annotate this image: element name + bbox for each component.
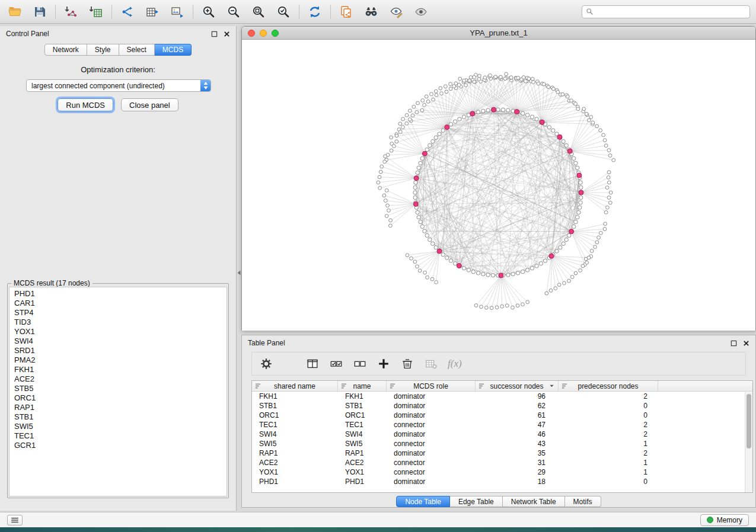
mcds-result-item[interactable]: SWI4 — [14, 336, 227, 346]
column-header-shared-name[interactable]: shared name — [252, 381, 338, 391]
table-row[interactable]: ORC1ORC1dominator610 — [252, 411, 752, 420]
select-all-rows-icon[interactable] — [329, 357, 343, 371]
mcds-result-item[interactable]: ORC1 — [14, 393, 227, 403]
mcds-result-item[interactable]: GCR1 — [14, 441, 227, 450]
close-panel-button[interactable]: Close panel — [121, 98, 178, 111]
table-scrollbar[interactable] — [745, 392, 752, 492]
workspace: Control Panel NetworkStyleSelectMCDS Opt… — [0, 24, 756, 512]
collapse-panel-icon[interactable] — [237, 267, 241, 278]
sort-icon — [479, 383, 485, 389]
graphics-details-icon[interactable] — [387, 3, 405, 21]
control-panel-title: Control Panel — [6, 30, 49, 38]
close-table-panel-icon[interactable] — [743, 340, 749, 347]
mcds-result-item[interactable]: PHD1 — [14, 289, 227, 299]
tab-motifs[interactable]: Motifs — [565, 496, 601, 507]
mcds-result-item[interactable]: TID3 — [14, 318, 227, 327]
zoom-fit-icon[interactable] — [250, 3, 267, 21]
float-table-panel-icon[interactable] — [731, 340, 737, 347]
mcds-result-item[interactable]: STB1 — [14, 412, 227, 422]
table-panel-tabs: Node TableEdge TableNetwork TableMotifs — [242, 496, 755, 507]
import-table-icon[interactable] — [87, 3, 105, 21]
table-settings-gear-icon[interactable] — [259, 357, 273, 371]
table-row[interactable]: RAP1RAP1dominator352 — [252, 448, 752, 458]
refresh-icon[interactable] — [306, 3, 324, 21]
mcds-result-item[interactable]: SWI5 — [14, 422, 227, 431]
open-folder-icon[interactable] — [6, 3, 24, 21]
export-image-icon[interactable] — [168, 3, 186, 21]
column-header-successor-nodes[interactable]: successor nodes — [476, 381, 559, 391]
binoculars-icon[interactable] — [362, 3, 380, 21]
table-row[interactable]: ACE2ACE2connector311 — [252, 458, 752, 467]
table-row[interactable]: FKH1FKH1dominator962 — [252, 392, 752, 401]
table-toolbar: f(x) — [251, 352, 746, 376]
column-header-predecessor-nodes[interactable]: predecessor nodes — [559, 381, 658, 391]
table-row[interactable]: TEC1TEC1connector472 — [252, 420, 752, 430]
mcds-result-item[interactable]: SRD1 — [14, 346, 227, 355]
task-history-icon[interactable] — [7, 515, 23, 525]
mcds-result-item[interactable]: STB5 — [14, 384, 227, 393]
tab-network-table[interactable]: Network Table — [503, 496, 565, 507]
table-row[interactable]: PHD1PHD1dominator180 — [252, 477, 752, 486]
show-columns-icon[interactable] — [305, 357, 320, 371]
close-panel-icon[interactable] — [224, 31, 230, 37]
tab-network[interactable]: Network — [44, 44, 87, 56]
cell-successor_nodes: 62 — [476, 402, 559, 410]
tab-mcds[interactable]: MCDS — [155, 44, 192, 56]
memory-button[interactable]: Memory — [700, 514, 749, 526]
cell-predecessor_nodes: 0 — [559, 402, 658, 410]
deselect-all-rows-icon[interactable] — [353, 357, 367, 371]
cell-name: SWI4 — [338, 430, 387, 438]
cell-shared_name: SWI4 — [252, 430, 338, 438]
cell-name: STB1 — [338, 402, 387, 410]
mcds-result-item[interactable]: YOX1 — [14, 327, 227, 336]
scrollbar-thumb[interactable] — [747, 394, 751, 448]
mcds-result-item[interactable]: RAP1 — [14, 403, 227, 412]
network-window-titlebar[interactable]: YPA_prune.txt_1 — [242, 27, 755, 40]
dropdown-stepper-icon[interactable] — [200, 80, 210, 91]
mcds-result-item[interactable]: TEC1 — [14, 431, 227, 441]
tab-node-table[interactable]: Node Table — [396, 496, 450, 507]
cell-mcds_role: dominator — [387, 449, 476, 457]
column-header-MCDS-role[interactable]: MCDS role — [387, 381, 476, 391]
search-box[interactable] — [582, 5, 750, 18]
zoom-selected-icon[interactable] — [275, 3, 292, 21]
clone-network-icon[interactable] — [337, 3, 355, 21]
cell-successor_nodes: 31 — [476, 459, 559, 467]
table-row[interactable]: SWI5SWI5connector431 — [252, 439, 752, 448]
mcds-result-item[interactable]: PMA2 — [14, 355, 227, 365]
network-graph[interactable] — [242, 40, 755, 331]
eye-icon[interactable] — [412, 3, 430, 21]
run-mcds-button[interactable]: Run MCDS — [58, 98, 113, 111]
table-row[interactable]: YOX1YOX1connector291 — [252, 467, 752, 477]
table-body: FKH1FKH1dominator962STB1STB1dominator620… — [252, 392, 752, 486]
float-panel-icon[interactable] — [211, 31, 218, 37]
cell-mcds_role: dominator — [387, 430, 476, 438]
mcds-result-item[interactable]: ACE2 — [14, 374, 227, 384]
zoom-in-icon[interactable] — [200, 3, 218, 21]
panel-splitter[interactable] — [237, 26, 241, 511]
table-row[interactable]: STB1STB1dominator620 — [252, 401, 752, 411]
search-input[interactable] — [596, 8, 746, 16]
export-table-icon[interactable] — [143, 3, 161, 21]
cell-mcds_role: dominator — [387, 477, 476, 486]
save-icon[interactable] — [31, 3, 49, 21]
column-header-name[interactable]: name — [338, 381, 387, 391]
import-network-icon[interactable] — [62, 3, 80, 21]
add-column-icon[interactable] — [377, 357, 391, 371]
tab-style[interactable]: Style — [87, 44, 119, 56]
function-builder-icon: f(x) — [448, 358, 462, 370]
network-canvas[interactable] — [242, 40, 755, 331]
criterion-dropdown[interactable]: largest connected component (undirected) — [26, 79, 211, 92]
chevron-down-icon[interactable] — [549, 383, 554, 389]
export-network-icon[interactable] — [119, 3, 136, 21]
mcds-result-item[interactable]: FKH1 — [14, 365, 227, 374]
tab-edge-table[interactable]: Edge Table — [450, 496, 503, 507]
mcds-result-list[interactable]: PHD1CAR1STP4TID3YOX1SWI4SRD1PMA2FKH1ACE2… — [9, 287, 227, 496]
mcds-result-item[interactable]: CAR1 — [14, 299, 227, 308]
tab-select[interactable]: Select — [119, 44, 155, 56]
cell-mcds_role: connector — [387, 440, 476, 448]
delete-icon[interactable] — [400, 357, 414, 371]
table-row[interactable]: SWI4SWI4dominator462 — [252, 430, 752, 439]
zoom-out-icon[interactable] — [225, 3, 243, 21]
mcds-result-item[interactable]: STP4 — [14, 308, 227, 318]
